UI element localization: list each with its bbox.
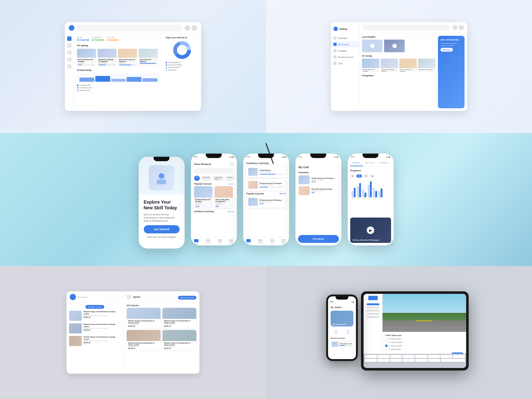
- filter-1m[interactable]: 1M: [370, 174, 375, 178]
- notif-icon[interactable]: [185, 25, 190, 31]
- phone-course-0[interactable]: 90 Days Become UX Designer Lisa Mingo 4.…: [194, 186, 212, 208]
- tab-all[interactable]: All: [194, 176, 200, 181]
- sidebar-item-grid[interactable]: [67, 36, 72, 41]
- listing-thumb-1: [69, 323, 82, 333]
- key-0-6[interactable]: [440, 355, 453, 358]
- progress-tab-progress[interactable]: Progress: [350, 160, 363, 166]
- sidebar-item-mycourse[interactable]: My Course: [331, 41, 359, 48]
- legend-dot-0: [77, 85, 79, 86]
- progress-tab-cert[interactable]: Certificate: [377, 160, 391, 166]
- filter-4m[interactable]: 4M: [363, 174, 369, 178]
- ongoing-card-2[interactable]: How to play guitar for beginner: [399, 59, 417, 73]
- web-user-icon[interactable]: [459, 25, 464, 30]
- key-0-5[interactable]: [428, 355, 440, 358]
- ipad-sidebar-item-1[interactable]: [367, 307, 379, 308]
- video-play-button[interactable]: ▶: [367, 226, 374, 234]
- ongoing-card-3[interactable]: Easy sketch for beginner: [418, 59, 435, 73]
- key-0-3[interactable]: [402, 355, 415, 358]
- grid-card-2[interactable]: Website design & Fundamentals of design …: [127, 330, 161, 350]
- tab-game[interactable]: Game: [225, 176, 234, 181]
- get-started-button[interactable]: Get Started: [144, 225, 180, 233]
- web-settings-icon[interactable]: [453, 25, 458, 30]
- bell-icon[interactable]: [229, 162, 234, 166]
- phone-search-input[interactable]: [194, 168, 234, 174]
- nav-mycourse[interactable]: My Course: [205, 239, 211, 244]
- sidebar-item-1[interactable]: [67, 43, 72, 48]
- sidebar-item-cart[interactable]: Cart: [331, 60, 359, 66]
- tab-learning[interactable]: Learning Path: [213, 176, 224, 181]
- course-card-1[interactable]: Mastering UI Design for Beginner Vivienn…: [98, 49, 117, 66]
- phone-bottom-course-0[interactable]: 90 Days Become UX: [331, 340, 353, 348]
- course-card-3[interactable]: Easy sketch for beginner: [139, 49, 158, 66]
- checkout-button[interactable]: Checkout: [298, 235, 339, 243]
- ongoing-card-1[interactable]: Mastering UI Design for Beginner: [381, 59, 398, 73]
- chart-group-1: Tue: [357, 183, 361, 199]
- ipad-sidebar-item-4[interactable]: [367, 316, 379, 318]
- phone-course-1[interactable]: How to play guitar for beginners Brook E…: [214, 186, 233, 208]
- key-1-2[interactable]: [390, 359, 402, 362]
- nav-chat[interactable]: Chat: [218, 239, 222, 244]
- ipad-sidebar-item-3[interactable]: [367, 313, 379, 315]
- nav-settings-3[interactable]: Settings: [281, 239, 286, 244]
- key-1-5[interactable]: [428, 359, 440, 362]
- grid-card-0[interactable]: Website design & Fundamentals of design …: [127, 308, 161, 328]
- key-1-3[interactable]: [403, 359, 415, 362]
- key-space[interactable]: [441, 359, 465, 362]
- studied-card-0[interactable]: [362, 40, 383, 52]
- grid-card-1[interactable]: Website design & Fundamentals of design …: [162, 308, 196, 328]
- sidebar-item-3[interactable]: [67, 57, 72, 62]
- ongoing-info-3: Easy sketch for beginner: [418, 68, 435, 71]
- progress-tab-mycourse[interactable]: My Course: [363, 160, 377, 166]
- tab-popular[interactable]: Popular: [201, 176, 212, 181]
- cart-item-0[interactable]: 90 Days Become UX Designer Lisa Mingo • …: [299, 175, 338, 184]
- nav-home[interactable]: Home: [194, 239, 199, 244]
- nav-chat-3[interactable]: Chat: [270, 239, 275, 244]
- ipad-option-2[interactable]: C. Stop the vehicle: [385, 345, 464, 347]
- grid-card-3[interactable]: Website design & Fundamentals of design …: [162, 330, 196, 350]
- cart-item-1[interactable]: Basic User Interface Design Lisa Mingo •…: [299, 186, 338, 195]
- play-btn-1[interactable]: [392, 44, 397, 48]
- sidebar-item-2[interactable]: [67, 50, 72, 55]
- listing-item-1[interactable]: Website design & Fundamentals of design …: [69, 323, 121, 333]
- sidebar-item-analytics[interactable]: Analytics: [331, 48, 359, 54]
- key-0-4[interactable]: [415, 355, 427, 358]
- key-1-4[interactable]: [415, 359, 428, 362]
- key-1-1[interactable]: [383, 359, 390, 362]
- phone-notch-2: [206, 154, 222, 158]
- ipad-option-0[interactable]: A. Reduce speed: [385, 338, 464, 340]
- continue-card-0[interactable]: UX/UX Mastery Lisa Mingo • 4.9 (60): [246, 166, 286, 178]
- ipad-sidebar-item-0[interactable]: [367, 303, 379, 305]
- ipad-option-3[interactable]: D. Honk the horn: [385, 348, 464, 351]
- listing-add-btn-right[interactable]: Add new Course: [178, 296, 196, 300]
- listing-item-0[interactable]: Website design & Fundamentals of design …: [69, 311, 121, 321]
- filter-4h[interactable]: 4h: [350, 174, 355, 178]
- phone-video-card[interactable]: ▶ 90 Days Become UX Designer: [350, 218, 391, 243]
- dash-donut-chart: [173, 41, 192, 60]
- nav-mycourse-3[interactable]: My Course: [257, 239, 263, 244]
- sidebar-item-browse[interactable]: Browse Course: [331, 54, 359, 60]
- promo-join-button[interactable]: Join Now: [440, 48, 453, 52]
- dash-search[interactable]: [77, 25, 182, 31]
- web-search-bar[interactable]: [363, 25, 451, 30]
- continue-card-1[interactable]: 90 Days Become UX Designer Brook Emme • …: [246, 179, 286, 191]
- ipad-option-1[interactable]: B. Increase speed: [385, 341, 464, 344]
- popular-card-0[interactable]: 90 Days Become UX Designer Lisa Mingo • …: [246, 196, 286, 208]
- add-course-button[interactable]: Add new Course: [86, 305, 104, 309]
- key-0-2[interactable]: [390, 355, 402, 358]
- key-0-7[interactable]: [453, 355, 465, 358]
- key-0-1[interactable]: [383, 355, 390, 358]
- user-avatar[interactable]: [192, 25, 197, 31]
- sidebar-item-4[interactable]: [67, 64, 72, 69]
- sidebar-item-overview[interactable]: Overview: [331, 35, 359, 41]
- filter-1w[interactable]: 1W: [356, 174, 362, 178]
- course-card-2[interactable]: How to play guitar for beginner Cassandr…: [118, 49, 137, 66]
- bar-1-b: [359, 183, 361, 197]
- play-btn-0[interactable]: [370, 44, 375, 48]
- ongoing-card-0[interactable]: 90 Days Become UX Designer: [362, 59, 379, 73]
- listing-item-2[interactable]: Website design & Fundamentals of design …: [69, 336, 121, 346]
- ipad-sidebar-item-2[interactable]: [367, 310, 379, 312]
- course-card-0[interactable]: 90 Days Become UX Designer Lisa Mingo: [77, 49, 96, 66]
- nav-settings[interactable]: Settings: [229, 239, 233, 244]
- nav-home-3[interactable]: Home: [246, 239, 251, 244]
- studied-card-1[interactable]: [384, 40, 405, 52]
